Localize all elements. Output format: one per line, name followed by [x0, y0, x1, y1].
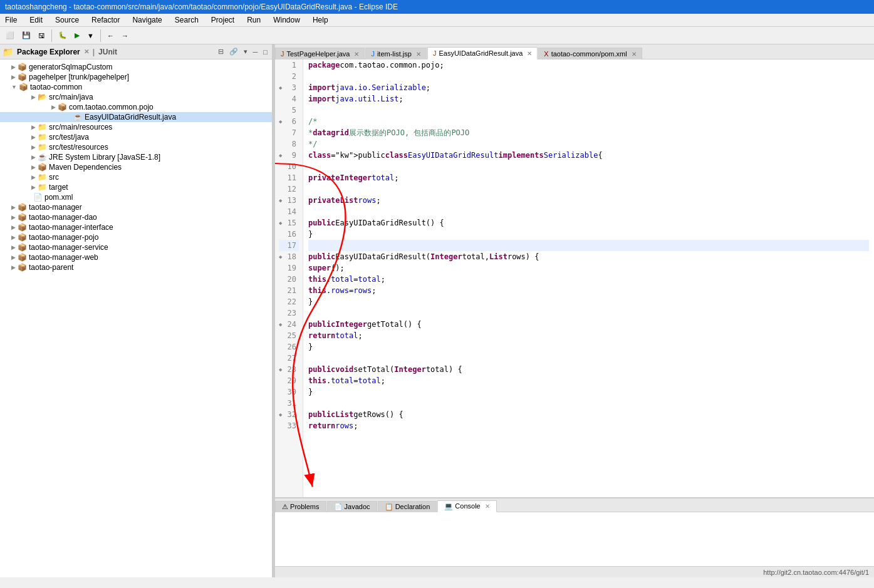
code-line-33[interactable]: return rows;	[308, 420, 869, 431]
tree-item-taotao-parent[interactable]: ▶ 📦 taotao-parent	[0, 262, 272, 272]
menu-project[interactable]: Project	[209, 15, 237, 25]
file-tree[interactable]: ▶ 📦 generatorSqlmapCustom ▶ 📦 pagehelper…	[0, 59, 272, 577]
code-line-32[interactable]: public List getRows() {	[308, 409, 869, 420]
tab-close-icon[interactable]: ✕	[527, 50, 532, 57]
new-button[interactable]: ⬜	[3, 29, 18, 41]
tree-item-target[interactable]: ▶ 📁 target	[0, 182, 272, 192]
tab-close-icon[interactable]: ✕	[416, 51, 421, 58]
code-editor[interactable]: 1234567891011121314151617181920212223242…	[275, 59, 874, 497]
link-with-editor-button[interactable]: 🔗	[227, 47, 240, 56]
tab-close-icon[interactable]: ✕	[354, 51, 359, 58]
tree-item-src[interactable]: ▶ 📁 src	[0, 172, 272, 182]
tree-item-jre-system-library--javase-1-8-[interactable]: ▶ ☕ JRE System Library [JavaSE-1.8]	[0, 152, 272, 162]
tab-console[interactable]: 💻 Console ✕	[437, 500, 496, 512]
tree-item-taotao-manager-service[interactable]: ▶ 📦 taotao-manager-service	[0, 242, 272, 252]
collapse-all-button[interactable]: ⊟	[216, 47, 226, 56]
menu-refactor[interactable]: Refactor	[89, 15, 122, 25]
save-button[interactable]: 💾	[19, 29, 34, 41]
code-line-8[interactable]: */	[308, 138, 869, 150]
tab-problems[interactable]: ⚠ Problems	[275, 501, 326, 512]
tab-icon: J	[281, 50, 284, 58]
menu-search[interactable]: Search	[172, 15, 201, 25]
tab-javadoc[interactable]: 📄 Javadoc	[327, 501, 377, 512]
tab-easyuidatagrid[interactable]: J EasyUIDataGridResult.java ✕	[427, 47, 538, 59]
code-line-27[interactable]	[308, 353, 869, 364]
code-line-26[interactable]: }	[308, 341, 869, 353]
code-line-28[interactable]: public void setTotal(Integer total) {	[308, 364, 869, 375]
code-line-24[interactable]: public Integer getTotal() {	[308, 319, 869, 330]
code-line-14[interactable]	[308, 206, 869, 217]
view-menu-button[interactable]: ▾	[242, 47, 249, 56]
back-button[interactable]: ←	[104, 30, 117, 41]
code-line-7[interactable]: * datagrid展示数据的POJO, 包括商品的POJO	[308, 127, 869, 138]
code-line-17[interactable]	[308, 240, 869, 251]
menu-edit[interactable]: Edit	[27, 15, 45, 25]
menu-navigate[interactable]: Navigate	[130, 15, 164, 25]
tree-item-com-taotao-common-pojo[interactable]: ▶ 📦 com.taotao.common.pojo	[0, 102, 272, 112]
tab-itemlist[interactable]: J item-list.jsp ✕	[365, 48, 427, 59]
menu-help[interactable]: Help	[310, 15, 331, 25]
save-all-button[interactable]: 🖫	[35, 30, 48, 41]
console-close[interactable]: ✕	[485, 503, 490, 510]
code-line-11[interactable]: private Integer total;	[308, 172, 869, 183]
run-config-button[interactable]: ▼	[84, 30, 97, 41]
code-line-10[interactable]	[308, 161, 869, 172]
menu-source[interactable]: Source	[53, 15, 81, 25]
code-line-29[interactable]: this.total = total;	[308, 375, 869, 386]
code-line-9[interactable]: class="kw">public class EasyUIDataGridRe…	[308, 150, 869, 161]
tree-item-src-test-java[interactable]: ▶ 📁 src/test/java	[0, 132, 272, 142]
tree-item-taotao-manager-interface[interactable]: ▶ 📦 taotao-manager-interface	[0, 222, 272, 232]
tree-item-easyuidatagridresult-java[interactable]: ☕ EasyUIDataGridResult.java	[0, 112, 272, 122]
maximize-button[interactable]: □	[261, 48, 269, 56]
tree-item-maven-dependencies[interactable]: ▶ 📦 Maven Dependencies	[0, 162, 272, 172]
title-bar: taotaoshangcheng - taotao-common/src/mai…	[0, 0, 874, 14]
tree-item-generatorsqlmapcustom[interactable]: ▶ 📦 generatorSqlmapCustom	[0, 62, 272, 72]
code-line-22[interactable]: }	[308, 296, 869, 307]
code-line-31[interactable]	[308, 398, 869, 409]
code-content[interactable]: package com.taotao.common.pojo; import j…	[303, 59, 874, 497]
menu-run[interactable]: Run	[244, 15, 263, 25]
tree-item-taotao-manager-pojo[interactable]: ▶ 📦 taotao-manager-pojo	[0, 232, 272, 242]
tab-testpagehelper[interactable]: J TestPageHelper.java ✕	[275, 48, 365, 59]
tree-item-pom-xml[interactable]: 📄 pom.xml	[0, 192, 272, 202]
panel-close-icon[interactable]: ✕	[84, 48, 89, 55]
tree-item-taotao-manager-web[interactable]: ▶ 📦 taotao-manager-web	[0, 252, 272, 262]
tree-item-src-main-java[interactable]: ▶ 📂 src/main/java	[0, 92, 272, 102]
code-line-18[interactable]: public EasyUIDataGridResult(Integer tota…	[308, 251, 869, 262]
menu-file[interactable]: File	[3, 15, 19, 25]
tree-item-src-test-resources[interactable]: ▶ 📁 src/test/resources	[0, 142, 272, 152]
code-line-25[interactable]: return total;	[308, 330, 869, 341]
line-number-1: 1	[279, 59, 299, 71]
tree-item-src-main-resources[interactable]: ▶ 📁 src/main/resources	[0, 122, 272, 132]
code-line-20[interactable]: this.total = total;	[308, 274, 869, 285]
tab-declaration[interactable]: 📋 Declaration	[378, 501, 437, 512]
code-line-19[interactable]: super();	[308, 262, 869, 274]
forward-button[interactable]: →	[118, 30, 132, 41]
code-line-6[interactable]: /*	[308, 116, 869, 127]
separator-1	[51, 29, 52, 42]
code-line-1[interactable]: package com.taotao.common.pojo;	[308, 59, 869, 71]
tree-item-taotao-manager[interactable]: ▶ 📦 taotao-manager	[0, 202, 272, 212]
tab-pom[interactable]: X taotao-common/pom.xml ✕	[538, 48, 642, 59]
code-line-5[interactable]	[308, 105, 869, 116]
code-line-12[interactable]	[308, 183, 869, 195]
code-line-2[interactable]	[308, 71, 869, 82]
tree-item-taotao-common[interactable]: ▼ 📦 taotao-common	[0, 82, 272, 92]
code-line-4[interactable]: import java.util.List;	[308, 93, 869, 105]
code-line-13[interactable]: private List rows;	[308, 195, 869, 206]
run-button[interactable]: ▶	[71, 29, 83, 41]
code-line-30[interactable]: }	[308, 386, 869, 398]
tree-icon: 📦	[19, 83, 28, 91]
junit-label[interactable]: JUnit	[98, 48, 117, 56]
tree-item-taotao-manager-dao[interactable]: ▶ 📦 taotao-manager-dao	[0, 212, 272, 222]
code-line-21[interactable]: this.rows = rows;	[308, 285, 869, 296]
code-line-3[interactable]: import java.io.Serializable;	[308, 82, 869, 93]
debug-button[interactable]: 🐛	[55, 29, 70, 41]
code-line-16[interactable]: }	[308, 229, 869, 240]
code-line-23[interactable]	[308, 307, 869, 319]
tab-close-icon[interactable]: ✕	[632, 51, 637, 58]
minimize-button[interactable]: ─	[251, 48, 260, 56]
menu-window[interactable]: Window	[271, 15, 303, 25]
code-line-15[interactable]: public EasyUIDataGridResult() {	[308, 217, 869, 229]
tree-item-pagehelper--trunk-pagehelper-[interactable]: ▶ 📦 pagehelper [trunk/pagehelper]	[0, 72, 272, 82]
